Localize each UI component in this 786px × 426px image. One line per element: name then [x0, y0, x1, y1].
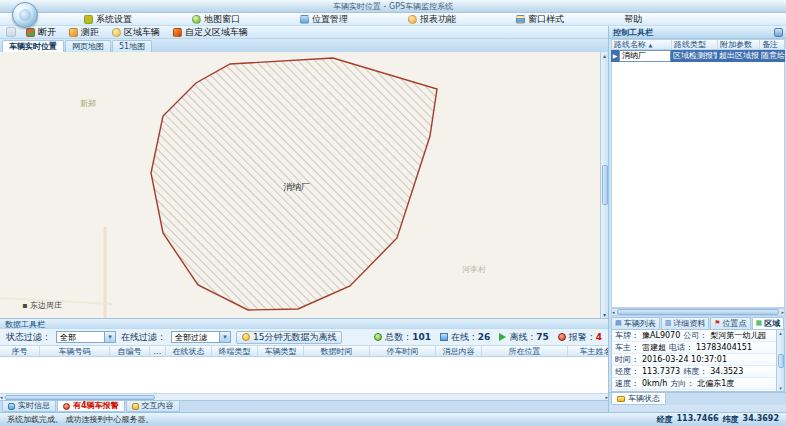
offline-rule-button[interactable]: 15分钟无数据为离线: [236, 331, 342, 344]
list-icon: ▤: [615, 320, 622, 327]
scrollbar-thumb[interactable]: [778, 354, 784, 368]
menu-map-window[interactable]: 地图窗口: [188, 13, 244, 26]
col-more[interactable]: …: [150, 346, 166, 357]
scroll-up-icon[interactable]: ▴: [603, 52, 606, 59]
row-marker-icon: ▶: [611, 50, 619, 62]
col-vehicle-type[interactable]: 车辆类型: [258, 346, 304, 357]
online-filter-label: 在线过滤：: [121, 331, 166, 344]
route-table-header: 路线名称 ▲ 路线类型 附加参数 备注: [611, 39, 785, 50]
map-canvas[interactable]: 消纳厂 新郑 河李村 ▪ 东边周庄: [0, 52, 600, 318]
menu-label: 系统设置: [96, 13, 132, 26]
document-icon: ▥: [665, 320, 672, 327]
info-vertical-scrollbar[interactable]: ▴ ▾: [776, 330, 784, 391]
info-row: 经度：113.7373 纬度：34.3523: [612, 366, 778, 378]
col-message[interactable]: 消息内容: [436, 346, 482, 357]
sort-asc-icon: ▲: [649, 42, 653, 48]
tab-label: 详细资料: [673, 318, 705, 329]
folder-icon: [132, 403, 139, 410]
vehicle-table-header: 序号 车辆号码 自编号 … 在线状态 终端类型 车辆类型 数据时间 停车时间 消…: [0, 346, 608, 357]
status-bar: 系统加载完成。 成功连接到中心服务器。 经度 113.7466 纬度 34.36…: [0, 412, 786, 426]
vehicle-table-body[interactable]: [0, 357, 608, 393]
col-self-id[interactable]: 自编号: [110, 346, 150, 357]
status-filter-select[interactable]: 全部 ▾: [56, 331, 116, 343]
col-owner[interactable]: 车主姓名: [568, 346, 608, 357]
tab-vehicle-status[interactable]: 车辆状态: [611, 393, 666, 405]
tab-51-map[interactable]: 51地图: [112, 40, 152, 52]
col-location[interactable]: 所在位置: [482, 346, 568, 357]
toolbar-label: 区域车辆: [124, 26, 160, 39]
status-filter-label: 状态过滤：: [6, 331, 51, 344]
menu-system-settings[interactable]: 系统设置: [80, 13, 136, 26]
menu-help[interactable]: 帮助: [620, 13, 646, 26]
custom-region-vehicles-button[interactable]: 自定义区域车辆: [170, 26, 251, 38]
scrollbar-thumb[interactable]: [5, 395, 155, 400]
route-row-selected[interactable]: ▶ 消纳厂 区域检测报警 超出区域报警 随意绘制: [611, 50, 785, 62]
tab-web-map[interactable]: 网页地图: [65, 40, 111, 52]
chevron-down-icon[interactable]: ▾: [104, 332, 115, 342]
alarm-bell-icon: [63, 403, 70, 410]
toolbar-label: 自定义区域车辆: [185, 26, 248, 39]
tab-details[interactable]: ▥ 详细资料: [661, 317, 710, 329]
measure-distance-button[interactable]: 测距: [66, 26, 102, 38]
region-vehicles-button[interactable]: 区域车辆: [109, 26, 163, 38]
table-horizontal-scrollbar[interactable]: ◂ ▸: [0, 393, 608, 400]
tab-region[interactable]: ▦ 区域: [752, 317, 785, 329]
scroll-down-icon[interactable]: ▾: [779, 385, 782, 391]
info-row: 车主：雷建超 电话：13783404151: [612, 342, 778, 354]
map-tab-strip: 车辆实时位置 网页地图 51地图: [0, 39, 608, 52]
tab-interaction-content[interactable]: 交互内容: [126, 401, 180, 412]
route-param-cell: 超出区域报警: [717, 50, 759, 62]
vehicle-stats: 总数 : 101 在线 : 26 离线 : 75 报警 : 4: [374, 331, 602, 344]
pin-icon[interactable]: [774, 28, 783, 37]
col-plate[interactable]: 车辆号码: [40, 346, 110, 357]
route-name-cell[interactable]: 消纳厂: [619, 50, 671, 62]
scroll-up-icon[interactable]: ▴: [779, 330, 782, 336]
window-title-bar: 车辆实时位置 - GPS车辆监控系统: [0, 0, 786, 13]
disconnect-button[interactable]: 断开: [23, 26, 59, 38]
menu-label: 报表功能: [420, 13, 456, 26]
scrollbar-thumb[interactable]: [617, 309, 780, 315]
col-route-name[interactable]: 路线名称 ▲: [612, 40, 672, 49]
menu-label: 地图窗口: [204, 13, 240, 26]
map-vertical-scrollbar[interactable]: ▴ ▾: [600, 52, 608, 318]
col-terminal-type[interactable]: 终端类型: [212, 346, 258, 357]
online-filter-select[interactable]: 全部过滤 ▾: [171, 331, 231, 343]
scroll-down-icon[interactable]: ▾: [603, 311, 606, 318]
tab-location-points[interactable]: ⚑ 位置点: [710, 317, 750, 329]
scroll-left-icon[interactable]: ◂: [612, 309, 615, 315]
cursor-coordinates: 经度 113.7466 纬度 34.3692: [657, 414, 779, 425]
chevron-down-icon[interactable]: ▾: [219, 332, 230, 342]
tab-realtime-info[interactable]: 实时信息: [2, 401, 56, 412]
col-stop-time[interactable]: 停车时间: [370, 346, 436, 357]
menu-window-style[interactable]: 窗口样式: [512, 13, 568, 26]
menu-label: 帮助: [624, 13, 642, 26]
col-data-time[interactable]: 数据时间: [304, 346, 370, 357]
window-style-icon: [516, 15, 525, 24]
col-index[interactable]: 序号: [0, 346, 40, 357]
tab-vehicle-list[interactable]: ▤ 车辆列表: [611, 317, 660, 329]
toolbar-label: 断开: [38, 26, 56, 39]
map-place-label: 新郑: [80, 98, 96, 109]
stat-offline: 离线 : 75: [499, 331, 548, 344]
menu-reports[interactable]: 报表功能: [404, 13, 460, 26]
custom-region-icon: [173, 28, 182, 37]
scroll-right-icon[interactable]: ▸: [781, 309, 784, 315]
col-route-type[interactable]: 路线类型: [672, 40, 718, 49]
scrollbar-thumb[interactable]: [602, 165, 608, 205]
menu-location-management[interactable]: 位置管理: [296, 13, 352, 26]
tab-label: 51地图: [119, 42, 145, 51]
tab-vehicle-alarms[interactable]: 有4辆车报警: [57, 401, 125, 412]
plug-icon: [26, 28, 35, 37]
col-online-state[interactable]: 在线状态: [166, 346, 212, 357]
tab-label: 交互内容: [142, 401, 174, 411]
clock-icon: [242, 333, 250, 341]
tab-realtime-position[interactable]: 车辆实时位置: [2, 40, 64, 52]
route-table-body[interactable]: [611, 62, 785, 308]
app-logo[interactable]: [12, 2, 38, 28]
col-route-note[interactable]: 备注: [760, 40, 786, 49]
col-route-param[interactable]: 附加参数: [718, 40, 760, 49]
bullet-icon: ▪: [22, 301, 27, 310]
tab-label: 车辆状态: [628, 393, 660, 404]
route-horizontal-scrollbar[interactable]: ◂ ▸: [611, 308, 785, 316]
info-icon: [8, 403, 15, 410]
